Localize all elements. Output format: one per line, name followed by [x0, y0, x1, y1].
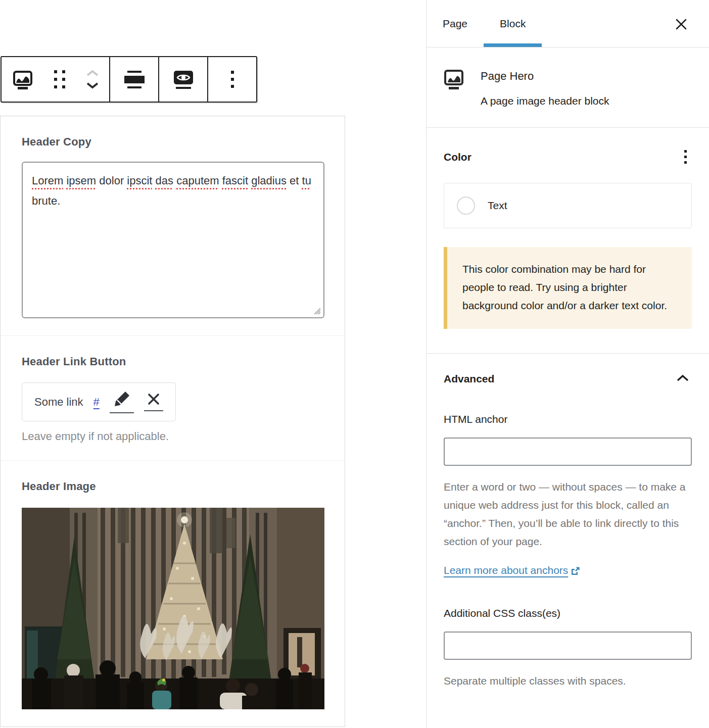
advanced-panel: Advanced HTML anchor Enter a word or two…	[427, 354, 709, 708]
advanced-heading: Advanced	[444, 373, 494, 385]
pencil-icon	[113, 391, 131, 408]
sidebar-tabbar: Page Block	[427, 0, 709, 47]
copy-word: et	[290, 174, 299, 187]
css-classes-label: Additional CSS class(es)	[444, 607, 692, 619]
header-link-field: Header Link Button Some link #	[1, 335, 345, 460]
copy-word: dolor	[99, 174, 124, 187]
alignment-button[interactable]	[109, 57, 158, 102]
page-hero-block-icon	[444, 69, 464, 92]
tab-block[interactable]: Block	[484, 0, 542, 47]
copy-word: caputem	[176, 174, 219, 187]
link-url[interactable]: #	[93, 396, 100, 409]
html-anchor-label: HTML anchor	[444, 413, 692, 425]
copy-word: das	[156, 174, 173, 187]
move-up-icon[interactable]	[86, 70, 99, 77]
copy-word: ipsem	[66, 174, 96, 187]
remove-link-button[interactable]	[144, 393, 163, 411]
ellipsis-icon	[231, 71, 234, 88]
learn-more-anchors-link[interactable]: Learn more about anchors	[444, 564, 581, 577]
contrast-warning: This color combination may be hard for p…	[444, 247, 692, 329]
block-card: Page Hero A page image header block	[427, 47, 709, 128]
alignment-icon	[123, 69, 146, 89]
external-link-icon	[570, 565, 581, 577]
close-icon	[675, 18, 688, 31]
copy-word: ipscit	[127, 174, 152, 187]
header-link-label: Header Link Button	[22, 355, 323, 368]
html-anchor-help: Enter a word or two — without spaces — t…	[444, 478, 692, 551]
preview-eye-icon	[172, 69, 195, 89]
block-description: A page image header block	[481, 95, 609, 107]
close-sidebar-button[interactable]	[674, 17, 689, 34]
color-heading: Color	[444, 151, 471, 163]
gutenberg-editor: Header Copy Lorem ipsem dolor ipscit das…	[0, 0, 709, 728]
color-options-button[interactable]	[679, 148, 692, 166]
copy-word: Lorem	[32, 174, 63, 187]
header-image-label: Header Image	[22, 480, 323, 493]
chevron-up-icon	[676, 374, 690, 382]
header-copy-field: Header Copy Lorem ipsem dolor ipscit das…	[1, 116, 345, 335]
edit-link-button[interactable]	[110, 391, 134, 413]
copy-word: brute.	[32, 195, 60, 207]
tab-page[interactable]: Page	[427, 0, 484, 47]
page-hero-block-icon[interactable]	[12, 68, 34, 90]
close-x-icon	[147, 393, 160, 406]
css-classes-input[interactable]	[444, 632, 692, 660]
text-color-swatch	[457, 197, 475, 215]
page-hero-block-fields: Header Copy Lorem ipsem dolor ipscit das…	[0, 116, 345, 727]
header-copy-label: Header Copy	[22, 135, 323, 149]
link-value-box: Some link #	[22, 382, 176, 421]
copy-word: fascit	[222, 174, 248, 187]
css-classes-help: Separate multiple classes with spaces.	[444, 672, 692, 690]
text-color-setting[interactable]: Text	[444, 183, 692, 228]
header-link-hint: Leave empty if not applicable.	[22, 430, 323, 443]
copy-word: gladius	[251, 174, 287, 187]
header-image-field: Header Image	[1, 460, 345, 726]
copy-word: tu	[302, 174, 311, 187]
block-toolbar	[1, 56, 257, 103]
options-button[interactable]	[207, 57, 256, 102]
settings-sidebar: Page Block Page Hero A page image header…	[426, 0, 709, 728]
html-anchor-input[interactable]	[444, 438, 692, 466]
move-down-icon[interactable]	[86, 82, 99, 89]
collapse-advanced-button[interactable]	[674, 372, 692, 386]
header-image-preview[interactable]	[22, 508, 324, 709]
link-title: Some link	[34, 396, 83, 409]
color-panel: Color Text This color combination may be…	[427, 128, 709, 354]
resize-grip-icon[interactable]	[311, 305, 321, 315]
drag-handle-icon[interactable]	[54, 70, 65, 88]
text-color-label: Text	[488, 200, 507, 212]
block-mover	[86, 70, 99, 89]
header-copy-textarea[interactable]: Lorem ipsem dolor ipscit das caputem fas…	[22, 162, 324, 318]
preview-button[interactable]	[158, 57, 207, 102]
block-title: Page Hero	[481, 70, 609, 83]
